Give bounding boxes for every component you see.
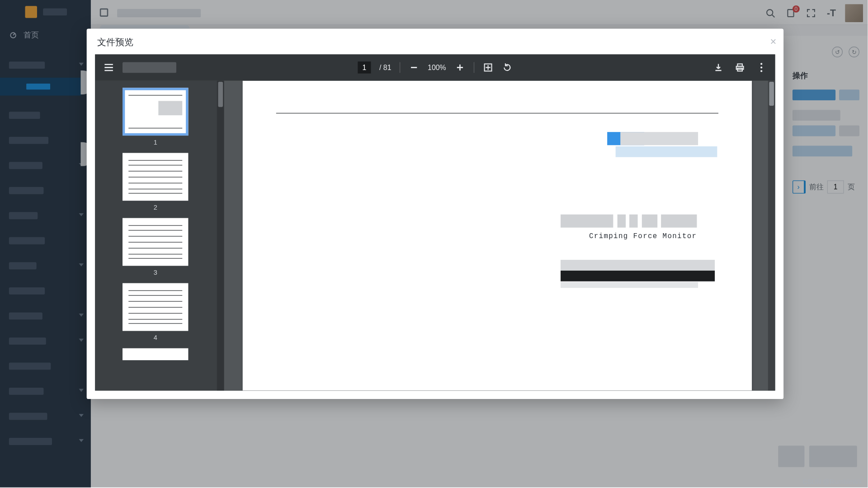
doc-divider — [276, 113, 718, 113]
app-root: 首页 0 -T ↺ ↻ 操作 — [0, 0, 868, 488]
doc-scrollbar[interactable] — [768, 80, 775, 390]
zoom-out-icon[interactable] — [409, 62, 420, 73]
doc-subtitle: Crimping Force Monitor — [561, 232, 697, 241]
page-total: 81 — [383, 63, 392, 72]
menu-icon[interactable] — [104, 62, 114, 73]
doc-logo — [607, 132, 715, 158]
doc-product-image — [561, 260, 715, 288]
thumbnail-label: 4 — [154, 334, 157, 341]
svg-point-13 — [760, 63, 762, 65]
thumbnail-label: 3 — [154, 269, 157, 276]
fit-page-icon[interactable] — [482, 62, 493, 73]
thumbnail[interactable]: 4 — [95, 283, 216, 341]
download-icon[interactable] — [713, 62, 724, 73]
document-area[interactable]: Crimping Force Monitor — [224, 80, 775, 390]
viewer-filename — [123, 62, 176, 73]
svg-point-14 — [760, 66, 762, 68]
print-icon[interactable] — [735, 62, 745, 73]
thumbnail-label: 2 — [154, 204, 157, 211]
page-sep: / — [379, 63, 381, 72]
more-menu-icon[interactable] — [756, 62, 767, 73]
pdf-viewer: / 81 100% 1234 — [95, 54, 775, 390]
thumbnail[interactable]: 1 — [95, 88, 216, 145]
modal-title: 文件预览 — [87, 28, 783, 54]
svg-point-15 — [760, 70, 762, 72]
toolbar-separator — [400, 62, 400, 73]
viewer-toolbar: / 81 100% — [95, 54, 775, 80]
toolbar-separator — [474, 62, 474, 73]
zoom-level: 100% — [428, 63, 446, 72]
thumbnails-pane: 1234 — [95, 80, 224, 390]
page-number-input[interactable] — [358, 61, 371, 73]
document-page: Crimping Force Monitor — [243, 80, 752, 390]
rotate-icon[interactable] — [502, 62, 513, 73]
file-preview-modal: 文件预览 × / 81 100% — [87, 28, 783, 399]
modal-close-button[interactable]: × — [770, 36, 776, 48]
zoom-in-icon[interactable] — [454, 62, 465, 73]
doc-title-block: Crimping Force Monitor — [561, 215, 697, 241]
watermark: CSDN @RumbleWx — [802, 478, 862, 485]
thumbnail[interactable] — [95, 348, 216, 360]
thumbs-scrollbar[interactable] — [217, 80, 224, 390]
thumbnail[interactable]: 3 — [95, 218, 216, 276]
thumbnail-label: 1 — [154, 139, 157, 146]
thumbnail[interactable]: 2 — [95, 153, 216, 211]
